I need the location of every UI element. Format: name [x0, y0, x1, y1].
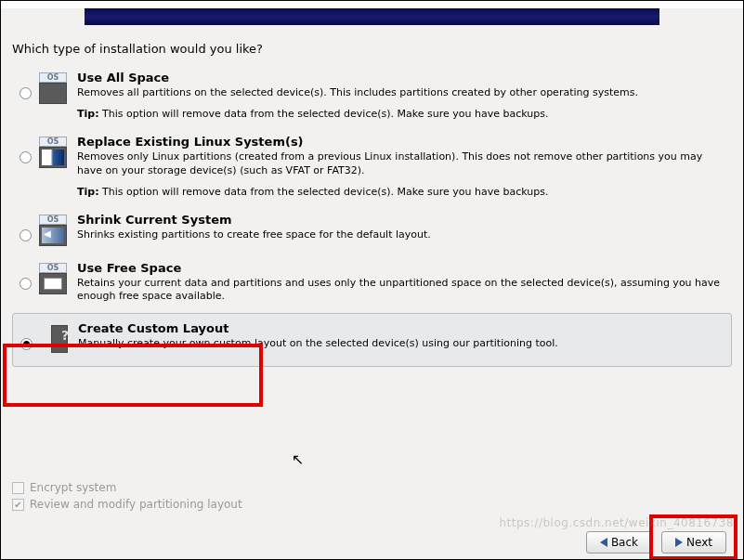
checkbox-label: Encrypt system	[30, 481, 116, 494]
next-button[interactable]: Next	[661, 531, 726, 553]
disk-icon: OS	[39, 263, 67, 294]
option-free-space[interactable]: OS Use Free Space Retains your current d…	[12, 255, 732, 314]
arrow-right-icon	[675, 538, 683, 547]
radio-use-all-space[interactable]	[20, 87, 32, 99]
option-tip: Tip: This option will remove data from t…	[77, 108, 728, 120]
option-title: Create Custom Layout	[78, 321, 727, 335]
option-desc: Removes only Linux partitions (created f…	[77, 150, 728, 178]
radio-replace-linux[interactable]	[20, 151, 32, 163]
disk-icon: OS	[39, 137, 67, 168]
arrow-left-icon	[600, 538, 607, 547]
review-partitioning-checkbox[interactable]: ✔ Review and modify partitioning layout	[12, 498, 242, 511]
option-desc: Shrinks existing partitions to create fr…	[77, 228, 728, 242]
disk-icon: OS	[39, 215, 67, 246]
disk-icon	[40, 323, 68, 355]
option-title: Shrink Current System	[77, 213, 728, 227]
installation-question: Which type of installation would you lik…	[12, 42, 743, 56]
header-banner	[85, 8, 659, 25]
option-use-all-space[interactable]: OS Use All Space Removes all partitions …	[12, 65, 732, 129]
option-title: Use All Space	[77, 71, 728, 85]
option-desc: Retains your current data and partitions…	[77, 277, 728, 305]
watermark-text: https://blog.csdn.net/weixin_40816738	[499, 516, 734, 529]
option-replace-linux[interactable]: OS Replace Existing Linux System(s) Remo…	[12, 129, 732, 207]
encrypt-system-checkbox[interactable]: Encrypt system	[12, 481, 242, 494]
back-button[interactable]: Back	[586, 531, 652, 553]
button-label: Next	[686, 536, 712, 549]
option-title: Replace Existing Linux System(s)	[77, 135, 728, 149]
option-custom-layout[interactable]: Create Custom Layout Manually create you…	[12, 313, 732, 367]
button-label: Back	[611, 536, 638, 549]
radio-free-space[interactable]	[20, 278, 32, 290]
install-type-options: OS Use All Space Removes all partitions …	[1, 65, 743, 367]
cursor-icon: ↖	[292, 450, 304, 468]
option-desc: Manually create your own custom layout o…	[78, 337, 727, 351]
option-shrink[interactable]: OS Shrink Current System Shrinks existin…	[12, 207, 732, 255]
option-title: Use Free Space	[77, 261, 728, 275]
option-tip: Tip: This option will remove data from t…	[77, 186, 728, 198]
radio-custom-layout[interactable]	[20, 338, 33, 350]
option-desc: Removes all partitions on the selected d…	[77, 86, 728, 100]
checkbox-icon: ✔	[12, 499, 24, 511]
disk-icon: OS	[39, 72, 67, 104]
radio-shrink[interactable]	[20, 229, 32, 241]
checkbox-label: Review and modify partitioning layout	[30, 498, 242, 511]
checkbox-icon	[12, 482, 24, 494]
